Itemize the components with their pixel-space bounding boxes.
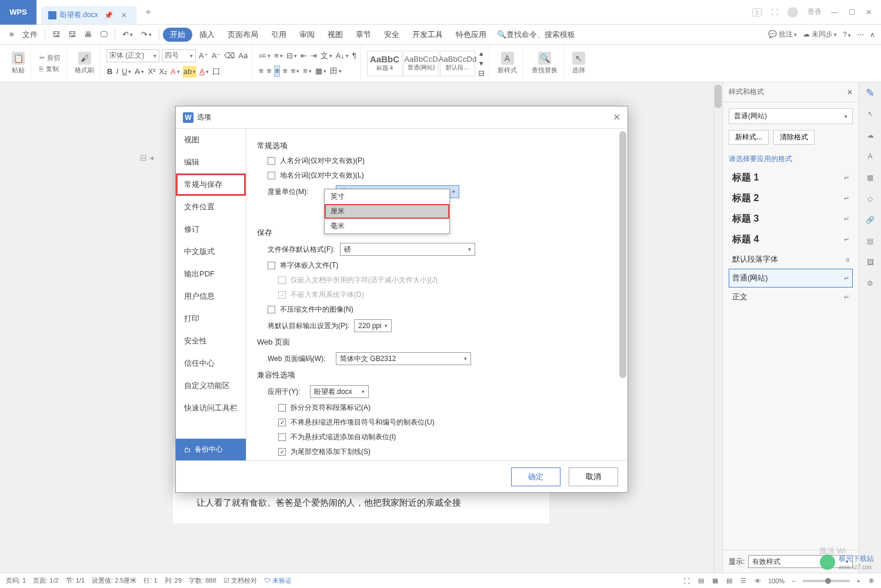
text-effects-button[interactable]: A▾	[170, 66, 181, 78]
cancel-button[interactable]: 取消	[569, 467, 618, 486]
border-button[interactable]: 囗	[212, 66, 221, 78]
unit-option-cm[interactable]: 厘米	[325, 204, 449, 219]
sync-button[interactable]: ☁ 未同步▾	[803, 29, 837, 39]
tab-special[interactable]: 特色应用	[450, 27, 492, 42]
decrease-font-icon[interactable]: A⁻	[211, 49, 222, 62]
view-outline-icon[interactable]: ▤	[725, 577, 733, 584]
dialog-close-icon[interactable]: ✕	[613, 112, 620, 123]
clear-format-button[interactable]: 清除格式	[773, 130, 815, 145]
dialog-scroll-thumb[interactable]	[619, 131, 626, 378]
font-name-combo[interactable]: 宋体 (正文)▾	[106, 49, 159, 62]
view-print-icon[interactable]: ▤	[697, 577, 705, 584]
list-item[interactable]: 正文↵	[729, 288, 853, 306]
document-tab[interactable]: 盼望着.docx 📌 ✕	[41, 6, 136, 24]
nav-view[interactable]: 视图	[176, 129, 246, 151]
ok-button[interactable]: 确定	[511, 467, 560, 486]
copy-button[interactable]: ⎘ 复制	[37, 64, 61, 74]
help-icon[interactable]: ?▾	[843, 31, 851, 39]
link-icon[interactable]: 🔗	[865, 214, 876, 226]
sb-page[interactable]: 页面: 1/2	[33, 576, 58, 585]
list-item[interactable]: 标题 2↵	[729, 188, 853, 209]
zoom-out-icon[interactable]: −	[790, 577, 796, 584]
nav-print[interactable]: 打印	[176, 308, 246, 330]
shading-button[interactable]: ▦▾	[315, 65, 327, 77]
collapse-ribbon-icon[interactable]: ∧	[870, 31, 875, 39]
scroll-thumb[interactable]	[715, 85, 722, 108]
checkbox-auto-tab[interactable]	[278, 433, 286, 441]
backup-center-button[interactable]: 🗀 备份中心	[176, 439, 246, 460]
zoom-level[interactable]: 100%	[768, 577, 785, 584]
sb-unverified[interactable]: 🛡 未验证	[264, 576, 292, 585]
edit-icon[interactable]: ✎	[865, 87, 876, 99]
avatar[interactable]	[787, 7, 798, 18]
zoom-slider[interactable]	[803, 580, 850, 582]
format-painter-button[interactable]: 🖌 格式刷	[72, 51, 96, 76]
list-item[interactable]: 标题 1↵	[729, 168, 853, 188]
checkbox-embed-font[interactable]	[268, 262, 275, 269]
tab-insert[interactable]: 插入	[193, 27, 221, 42]
sb-chars[interactable]: 字数: 888	[189, 576, 216, 585]
nav-cjk[interactable]: 中文版式	[176, 240, 246, 263]
strikethrough-button[interactable]: A̶▾	[134, 66, 145, 78]
bold-button[interactable]: B	[106, 66, 113, 78]
show-marks-button[interactable]: ¶	[352, 50, 357, 62]
table-icon[interactable]: ▦	[865, 172, 876, 183]
nav-custom-ribbon[interactable]: 自定义功能区	[176, 375, 246, 397]
cloud-icon[interactable]: ☁	[865, 129, 876, 141]
superscript-button[interactable]: X²	[147, 66, 156, 78]
list-item-selected[interactable]: 普通(网站)↵	[729, 269, 853, 288]
align-center-button[interactable]: ≡	[266, 65, 272, 77]
unit-option-mm[interactable]: 毫米	[325, 219, 449, 233]
checkbox-no-compress[interactable]	[268, 306, 275, 313]
decrease-indent-button[interactable]: ⇤	[300, 50, 308, 62]
panel-close-icon[interactable]: ✕	[847, 88, 853, 96]
save-icon[interactable]: 🖫	[49, 28, 64, 41]
print-preview-icon[interactable]: 🖵	[96, 28, 111, 41]
highlight-button[interactable]: ab▾	[183, 66, 196, 78]
ppi-combo[interactable]: 220 ppi▾	[354, 319, 392, 332]
checkbox-underline[interactable]	[278, 448, 286, 456]
eye-icon[interactable]: 👁	[753, 577, 762, 584]
align-justify-button[interactable]: ≡	[282, 65, 288, 77]
header-indicator-icon[interactable]: ⊟ ◂	[140, 153, 153, 162]
settings-icon[interactable]: ⚙	[865, 278, 876, 289]
save-format-combo[interactable]: 磅▾	[340, 243, 475, 256]
nav-quick-access[interactable]: 快速访问工具栏	[176, 397, 246, 419]
tab-developer[interactable]: 开发工具	[406, 27, 449, 42]
tab-view[interactable]: 视图	[322, 27, 349, 42]
gift-icon[interactable]: ⛶	[771, 8, 778, 16]
list-item[interactable]: 标题 3↵	[729, 209, 853, 229]
file-menu[interactable]: 文件	[19, 27, 41, 42]
tab-page-layout[interactable]: 页面布局	[222, 27, 264, 42]
shape-icon[interactable]: ◇	[865, 193, 876, 205]
undo-icon[interactable]: ↶▾	[119, 28, 136, 41]
checkbox-split[interactable]	[278, 404, 286, 412]
sb-proof[interactable]: ☑ 文档校对	[223, 576, 257, 585]
checkbox-hang-tab[interactable]	[278, 419, 286, 426]
nav-revision[interactable]: 修订	[176, 218, 246, 240]
find-replace-button[interactable]: 🔍 查找替换	[529, 51, 560, 76]
unit-option-inch[interactable]: 英寸	[325, 189, 449, 204]
zoom-in-icon[interactable]: +	[856, 577, 862, 584]
tab-references[interactable]: 引用	[265, 27, 292, 42]
tab-review[interactable]: 审阅	[293, 27, 321, 42]
more-icon[interactable]: ⋯	[857, 31, 864, 39]
checkbox-name-seg[interactable]	[268, 157, 275, 165]
pointer-icon[interactable]: ↖	[865, 108, 876, 120]
style-scroll-down-icon[interactable]: ▾	[478, 58, 485, 68]
view-web-icon[interactable]: ▦	[711, 577, 719, 584]
nav-user[interactable]: 用户信息	[176, 285, 246, 308]
style-default-para[interactable]: AaBbCcDd默认段…	[440, 51, 475, 76]
tab-security[interactable]: 安全	[378, 27, 405, 42]
save-as-icon[interactable]: 🖫	[65, 28, 79, 41]
text-direction-button[interactable]: 文▾	[320, 50, 333, 62]
line-spacing-button[interactable]: ≡▾	[302, 65, 312, 77]
style-scroll-up-icon[interactable]: ▴	[478, 48, 485, 58]
select-button[interactable]: ↖ 选择	[570, 51, 588, 76]
tab-section[interactable]: 章节	[350, 27, 377, 42]
numbering-button[interactable]: ≡▾	[273, 50, 283, 62]
comments-button[interactable]: 💬 批注▾	[768, 29, 797, 39]
align-right-button[interactable]: ≡	[274, 65, 280, 77]
compat-combo[interactable]: 盼望着.docx▾	[310, 385, 369, 398]
fit-icon[interactable]: ⊕	[867, 577, 875, 584]
